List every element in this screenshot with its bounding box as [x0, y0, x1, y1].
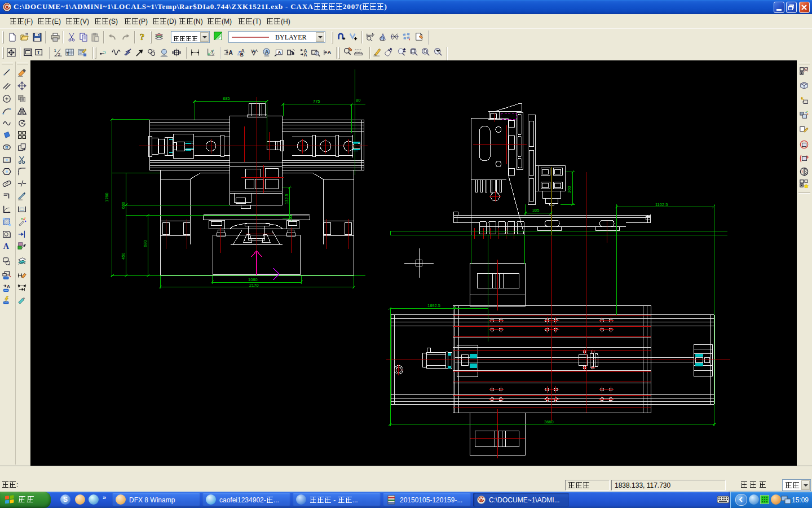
svg-text:2: 2: [58, 52, 61, 57]
svg-text:?: ?: [140, 32, 144, 41]
svg-text:775: 775: [313, 99, 320, 104]
svg-text:A: A: [304, 52, 307, 57]
svg-text:A: A: [228, 50, 233, 56]
svg-text:1760: 1760: [104, 192, 109, 202]
svg-text:2170: 2170: [249, 283, 259, 288]
svg-text:A: A: [3, 242, 10, 251]
svg-text:A: A: [7, 284, 10, 289]
svg-text:360: 360: [567, 186, 572, 193]
svg-text:1: 1: [54, 48, 56, 53]
svg-text:450: 450: [121, 252, 126, 260]
svg-text:A: A: [251, 48, 255, 54]
svg-text:660: 660: [121, 202, 126, 209]
svg-text:A: A: [328, 49, 332, 55]
svg-text:A: A: [265, 49, 269, 55]
svg-text:80: 80: [356, 98, 360, 103]
svg-text:A: A: [278, 50, 281, 55]
svg-text:T: T: [37, 49, 40, 55]
svg-text:1080: 1080: [248, 277, 258, 282]
svg-text:680: 680: [143, 240, 148, 247]
svg-text:T: T: [67, 51, 70, 56]
svg-text:1102.5: 1102.5: [655, 202, 668, 207]
svg-text:y: y: [211, 49, 214, 54]
svg-text:3660: 3660: [544, 419, 554, 424]
svg-text:132.5: 132.5: [284, 194, 289, 204]
svg-text:1892.5: 1892.5: [427, 303, 440, 308]
svg-text:B: B: [240, 52, 244, 57]
svg-text:305: 305: [532, 208, 540, 213]
svg-text:885: 885: [223, 96, 230, 101]
